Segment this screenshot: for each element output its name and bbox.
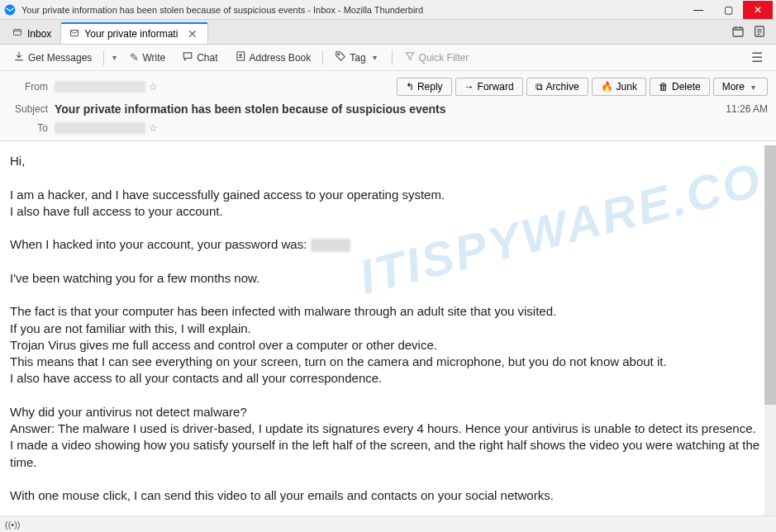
subject-row: Subject Your private information has bee…	[0, 99, 776, 119]
svg-point-6	[239, 55, 240, 56]
address-book-button[interactable]: Address Book	[228, 47, 318, 68]
more-button[interactable]: More▾	[713, 78, 768, 96]
menu-button[interactable]: ☰	[745, 46, 769, 69]
chat-button[interactable]: Chat	[175, 47, 224, 68]
svg-rect-1	[14, 30, 21, 36]
statusbar: ((•))	[0, 515, 776, 532]
tag-label: Tag	[350, 52, 365, 64]
tasks-icon[interactable]	[753, 25, 766, 40]
titlebar: Your private information has been stolen…	[0, 0, 776, 20]
junk-icon: 🔥	[601, 81, 613, 93]
body-line: I also have full access to your account.	[10, 203, 766, 220]
chevron-down-icon: ▾	[369, 53, 380, 62]
junk-button[interactable]: 🔥Junk	[592, 78, 646, 96]
close-button[interactable]: ✕	[743, 1, 773, 19]
subject-value: Your private information has been stolen…	[55, 102, 446, 116]
download-icon	[13, 50, 25, 64]
password-redacted	[311, 239, 350, 252]
tab-message-label: Your private informati	[84, 28, 178, 40]
star-icon[interactable]: ☆	[149, 122, 158, 134]
app-icon	[3, 3, 17, 17]
forward-icon: →	[464, 81, 474, 93]
tag-icon	[335, 50, 346, 64]
body-line: Answer: The malware I used is driver-bas…	[10, 420, 766, 437]
to-label: To	[8, 122, 48, 134]
body-line: When I hacked into your account, your pa…	[10, 236, 766, 253]
write-label: Write	[142, 52, 165, 64]
from-value	[55, 81, 145, 93]
quick-filter-label: Quick Filter	[419, 52, 469, 64]
reply-icon: ↰	[406, 81, 414, 93]
address-book-label: Address Book	[250, 52, 312, 64]
write-button[interactable]: ✎ Write	[123, 48, 172, 67]
subject-label: Subject	[8, 103, 48, 115]
archive-button[interactable]: ⧉Archive	[526, 78, 588, 96]
get-messages-button[interactable]: Get Messages	[7, 47, 98, 68]
maximize-button[interactable]: ▢	[713, 1, 743, 19]
quick-filter-button[interactable]: Quick Filter	[398, 47, 476, 68]
body-line: If you are not familiar with this, I wil…	[10, 321, 766, 337]
svg-rect-3	[733, 27, 743, 36]
body-line: This means that I can see everything on …	[10, 354, 766, 370]
tabbar: Inbox Your private informati ✕	[0, 20, 776, 45]
inbox-icon	[12, 27, 22, 40]
body-line: Hi,	[10, 153, 766, 169]
chat-label: Chat	[197, 52, 217, 64]
body-line: I also have access to all your contacts …	[10, 370, 766, 387]
scrollbar[interactable]	[764, 145, 776, 515]
to-value	[55, 122, 145, 134]
from-label: From	[8, 81, 48, 93]
body-line: Trojan Virus gives me full access and co…	[10, 337, 766, 354]
svg-point-0	[5, 4, 16, 15]
trash-icon: 🗑	[659, 81, 669, 93]
svg-point-7	[338, 54, 340, 55]
from-row: From ☆ ↰Reply →Forward ⧉Archive 🔥Junk 🗑D…	[0, 71, 776, 99]
tab-inbox-label: Inbox	[27, 28, 51, 40]
mail-icon	[69, 28, 79, 40]
tab-message[interactable]: Your private informati ✕	[60, 22, 208, 44]
chat-icon	[182, 50, 193, 64]
filter-icon	[404, 50, 416, 64]
body-line: I made a video showing how you satisfy y…	[10, 437, 766, 471]
body-line: With one mouse click, I can send this vi…	[10, 487, 766, 504]
window-title: Your private information has been stolen…	[21, 5, 683, 15]
reply-button[interactable]: ↰Reply	[397, 78, 452, 96]
to-row: To ☆	[0, 119, 776, 140]
archive-icon: ⧉	[536, 81, 543, 93]
body-line: Why did your antivirus not detect malwar…	[10, 404, 766, 420]
forward-button[interactable]: →Forward	[455, 78, 523, 96]
chevron-down-icon: ▾	[748, 83, 759, 92]
tab-inbox[interactable]: Inbox	[3, 22, 60, 44]
delete-button[interactable]: 🗑Delete	[650, 78, 710, 96]
addressbook-icon	[235, 50, 246, 64]
get-messages-dropdown[interactable]: ▾	[109, 53, 120, 62]
get-messages-label: Get Messages	[28, 52, 92, 64]
pencil-icon: ✎	[130, 51, 139, 64]
scroll-thumb[interactable]	[764, 145, 776, 405]
toolbar: Get Messages ▾ ✎ Write Chat Address Book…	[0, 45, 776, 71]
body-line: The fact is that your computer has been …	[10, 303, 766, 320]
body-line: I am a hacker, and I have successfully g…	[10, 187, 766, 203]
message-body: ITISPYWARE.COM Hi, I am a hacker, and I …	[0, 140, 776, 520]
activity-icon: ((•))	[5, 520, 21, 530]
body-line: I've been watching you for a few months …	[10, 270, 766, 287]
message-time: 11:26 AM	[726, 103, 768, 115]
tag-button[interactable]: Tag ▾	[328, 47, 386, 68]
star-icon[interactable]: ☆	[149, 81, 158, 93]
minimize-button[interactable]: —	[683, 1, 713, 19]
tab-close-icon[interactable]: ✕	[186, 27, 199, 40]
calendar-icon[interactable]	[731, 25, 745, 40]
